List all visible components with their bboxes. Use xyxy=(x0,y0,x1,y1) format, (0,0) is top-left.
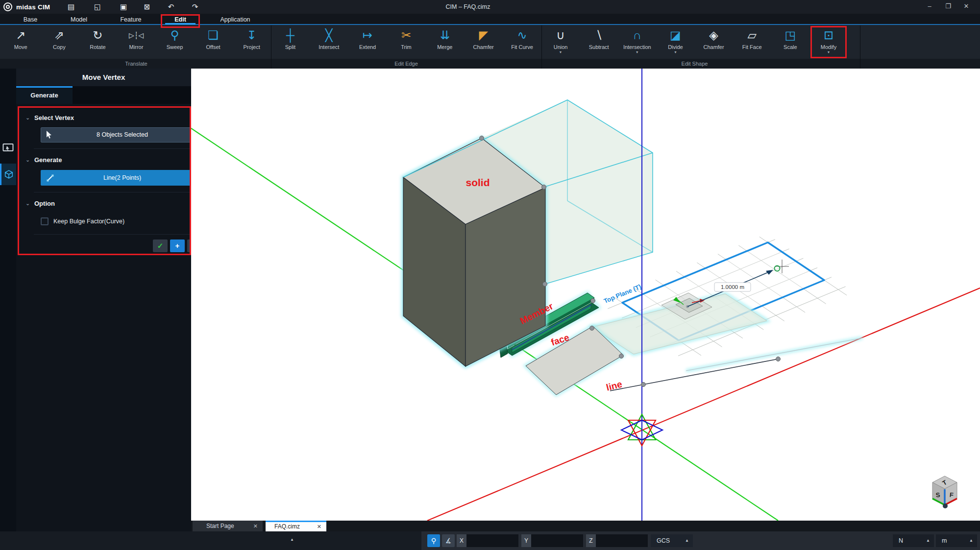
vertex-handle xyxy=(591,299,595,303)
ribbon-item-intersect[interactable]: ╳Intersect xyxy=(312,26,346,59)
display-view-icon[interactable] xyxy=(2,143,14,154)
coordinate-x-input[interactable] xyxy=(466,534,518,547)
ribbon-item-fit-face[interactable]: ▱Fit Face xyxy=(735,26,769,59)
ribbon-item-union[interactable]: ∪Union▼ xyxy=(543,26,578,59)
undo-icon[interactable]: ↶ xyxy=(164,0,178,14)
minimize-button[interactable]: – xyxy=(921,0,938,14)
ghost-line xyxy=(686,338,862,371)
tab-generate[interactable]: Generate xyxy=(16,86,73,104)
ribbon-item-label: Project xyxy=(235,44,269,50)
popup-expander[interactable]: ▴ xyxy=(288,537,296,542)
move-icon: ↗ xyxy=(3,26,38,44)
save-icon[interactable]: ▣ xyxy=(116,0,131,14)
ribbon-item-label: Sweep xyxy=(158,44,192,50)
ribbon-item-scale[interactable]: ◳Scale xyxy=(773,26,808,59)
vertex-handle xyxy=(542,185,546,190)
ribbon-item-label: Move xyxy=(3,44,38,50)
section-select-vertex: Select Vertex xyxy=(34,114,74,121)
ribbon-item-subtract[interactable]: ∖Subtract xyxy=(582,26,616,59)
menu-tab-base[interactable]: Base xyxy=(8,15,52,24)
collapse-option-icon[interactable]: ⌄ xyxy=(25,200,30,207)
ribbon-item-move[interactable]: ↗Move xyxy=(3,26,38,59)
collapse-select-vertex-icon[interactable]: ⌄ xyxy=(25,115,30,121)
view-cube[interactable]: T S F xyxy=(932,476,957,508)
cursor-arrow-icon xyxy=(46,131,53,139)
model-view-icon[interactable] xyxy=(0,164,16,185)
length-unit-select[interactable]: m▲ xyxy=(936,534,977,547)
new-document-icon[interactable]: ▤ xyxy=(64,0,78,14)
ribbon-item-mirror[interactable]: ▷┆◁Mirror xyxy=(119,26,153,59)
ribbon-item-offset[interactable]: ❏Offset xyxy=(196,26,230,59)
modify-icon: ⊡ xyxy=(811,26,846,44)
ribbon-item-label: Offset xyxy=(196,44,230,50)
coordinate-y-input[interactable] xyxy=(531,534,583,547)
coordinate-system-select[interactable]: GCS▲ xyxy=(651,534,693,547)
ribbon-toolbar: ↗Move⇗Copy↻Rotate▷┆◁Mirror⚲Sweep❏Offset↧… xyxy=(0,25,980,59)
tab-start-page[interactable]: Start Page ✕ xyxy=(193,521,263,531)
3d-viewport[interactable]: 1.0000 m Top Plane (T) xyxy=(191,69,980,521)
active-tab-underline xyxy=(165,23,196,24)
view-cube-front-label: F xyxy=(949,491,954,499)
vertex-handle xyxy=(480,136,484,141)
collapse-generate-icon[interactable]: ⌄ xyxy=(25,157,30,163)
menu-tab-application[interactable]: Application xyxy=(213,15,257,24)
ribbon-group-labels: TranslateEdit EdgeEdit Shape xyxy=(0,59,980,69)
generate-type-dropdown[interactable]: Line(2 Points) ⌄ xyxy=(41,170,204,186)
snap-toggle-button[interactable]: ⚲ xyxy=(427,534,440,547)
dropdown-caret-icon: ▼ xyxy=(543,50,578,54)
ribbon-group-label-1: Edit Edge xyxy=(271,60,541,67)
coordinate-z-input[interactable] xyxy=(596,534,648,547)
ribbon-item-chamfer-edge[interactable]: ◤Chamfer xyxy=(466,26,501,59)
angle-snap-toggle-button[interactable]: ∡ xyxy=(442,534,455,547)
checkbox-label: Keep Bulge Factor(Curve) xyxy=(53,218,124,225)
fit-face-icon: ▱ xyxy=(735,26,769,44)
line-object[interactable] xyxy=(610,359,778,391)
ribbon-item-merge[interactable]: ⇊Merge xyxy=(428,26,462,59)
keep-bulge-factor-checkbox[interactable] xyxy=(41,217,49,225)
ribbon-item-divide[interactable]: ◪Divide▼ xyxy=(658,26,692,59)
force-unit-select[interactable]: N▲ xyxy=(893,534,934,547)
close-tab-icon[interactable]: ✕ xyxy=(317,522,321,531)
ribbon-item-label: Intersect xyxy=(312,44,346,50)
merge-icon: ⇊ xyxy=(428,26,462,44)
ribbon-item-label: Subtract xyxy=(582,44,616,50)
menu-tab-model[interactable]: Model xyxy=(57,15,101,24)
ribbon-item-trim[interactable]: ✂Trim xyxy=(389,26,423,59)
ribbon-separator xyxy=(860,25,860,69)
ribbon-item-fit-curve[interactable]: ∿Fit Curve xyxy=(505,26,539,59)
close-window-icon[interactable]: ⊠ xyxy=(140,0,154,14)
close-tab-icon[interactable]: ✕ xyxy=(253,521,258,531)
close-button[interactable]: ✕ xyxy=(958,0,975,14)
ribbon-item-split[interactable]: ┼Split xyxy=(273,26,307,59)
open-folder-icon[interactable]: ◱ xyxy=(90,0,105,14)
solid-cube[interactable] xyxy=(403,138,545,366)
restore-button[interactable]: ❐ xyxy=(940,0,956,14)
dropdown-value: Line(2 Points) xyxy=(103,174,141,181)
ribbon-group-label-0: Translate xyxy=(1,60,271,67)
menu-tab-feature[interactable]: Feature xyxy=(109,15,153,24)
vertex-selection-field[interactable]: 8 Objects Selected xyxy=(41,127,204,143)
section-option: Option xyxy=(34,200,55,207)
split-icon: ┼ xyxy=(273,26,307,44)
ribbon-item-chamfer-shape[interactable]: ◈Chamfer xyxy=(697,26,731,59)
ribbon-item-label: Fit Curve xyxy=(505,44,539,50)
vertex-handle xyxy=(619,354,624,359)
ribbon-item-project[interactable]: ↧Project xyxy=(235,26,269,59)
ribbon-item-extend[interactable]: ↦Extend xyxy=(350,26,385,59)
add-button[interactable]: + xyxy=(170,239,185,252)
ribbon-group-2: ∪Union▼∖Subtract∩Intersection▼◪Divide▼◈C… xyxy=(541,25,848,59)
ribbon-item-modify[interactable]: ⊡Modify▼ xyxy=(811,26,846,59)
menu-bar: BaseModelFeatureEditApplication xyxy=(0,14,980,25)
ribbon-item-sweep[interactable]: ⚲Sweep xyxy=(158,26,192,59)
confirm-button[interactable]: ✓ xyxy=(153,239,168,252)
dropdown-caret-icon: ▼ xyxy=(658,50,692,54)
document-tab-bar: Start Page ✕ FAQ.cimz ✕ xyxy=(191,521,980,531)
brand-text: midas CIM xyxy=(16,3,50,11)
tab-faq-cimz[interactable]: FAQ.cimz ✕ xyxy=(266,521,326,531)
ribbon-item-rotate[interactable]: ↻Rotate xyxy=(80,26,115,59)
caret-up-icon: ▲ xyxy=(685,534,689,547)
redo-icon[interactable]: ↷ xyxy=(188,0,202,14)
ribbon-item-intersection[interactable]: ∩Intersection▼ xyxy=(620,26,654,59)
ribbon-item-copy[interactable]: ⇗Copy xyxy=(42,26,76,59)
vertex-handle xyxy=(776,357,781,361)
